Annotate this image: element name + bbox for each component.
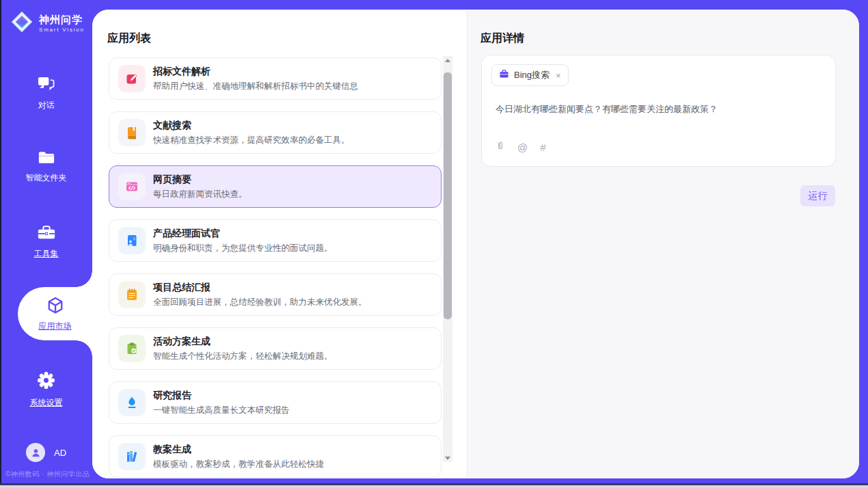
sidebar-item-settings[interactable]: 系统设置 — [0, 371, 92, 409]
sidebar-item-label: 工具集 — [34, 248, 59, 260]
app-card-desc: 一键智能生成高质量长文本研究报告 — [153, 405, 290, 416]
app-card[interactable]: 研究报告 一键智能生成高质量长文本研究报告 — [109, 381, 442, 424]
prompt-input-card[interactable]: Bing搜索 × 今日湖北有哪些新闻要点？有哪些需要关注的最新政策？ @ # — [481, 55, 836, 167]
sidebar-item-label: 系统设置 — [30, 397, 63, 409]
run-button[interactable]: 运行 — [800, 185, 835, 206]
paperclip-icon[interactable] — [496, 140, 505, 154]
attachment-toolbar: @ # — [496, 140, 546, 154]
scroll-down-button[interactable] — [443, 454, 452, 462]
app-card-title: 研究报告 — [153, 390, 290, 402]
person-icon — [30, 447, 42, 459]
edit-square-icon — [118, 65, 146, 92]
clipboard-check-icon — [118, 335, 146, 362]
app-card[interactable]: 招标文件解析 帮助用户快速、准确地理解和解析招标书中的关键信息 — [109, 57, 442, 100]
brand-subtitle: Smart Vision — [39, 27, 85, 33]
app-detail-panel: 应用详情 Bing搜索 × 今日湖北有哪些新闻要点？有哪些需要关注的最新政策？ — [467, 10, 859, 478]
sidebar-item-chat[interactable]: 对话 — [0, 75, 92, 111]
user-name: AD — [54, 448, 66, 458]
app-card-list: 招标文件解析 帮助用户快速、准确地理解和解析招标书中的关键信息 文献搜索 快速精… — [109, 57, 442, 478]
app-card-title: 活动方案生成 — [153, 336, 333, 348]
avatar — [26, 443, 45, 462]
app-card-desc: 帮助用户快速、准确地理解和解析招标书中的关键信息 — [153, 81, 358, 92]
app-card-title: 文献搜索 — [153, 120, 350, 132]
briefcase-icon — [499, 69, 509, 82]
app-card-title: 产品经理面试官 — [153, 228, 333, 240]
sidebar-item-label: 应用市场 — [39, 321, 72, 332]
app-card-desc: 明确身份和职责，为您提供专业性的面试问题。 — [153, 243, 333, 254]
sidebar-item-toolset[interactable]: 工具集 — [0, 225, 92, 260]
scroll-thumb[interactable] — [444, 72, 452, 319]
app-card[interactable]: 项目总结汇报 全面回顾项目进展，总结经验教训，助力未来优化发展。 — [109, 273, 442, 316]
window-bottom-strip — [0, 485, 868, 488]
bubble-top-curve — [76, 271, 92, 287]
app-card-title: 招标文件解析 — [153, 66, 358, 78]
brand-diamond-icon — [10, 10, 34, 37]
hash-icon[interactable]: # — [540, 142, 545, 152]
app-card-desc: 每日政府新闻资讯快查。 — [153, 189, 247, 200]
app-card-title: 项目总结汇报 — [153, 282, 367, 294]
app-card-title: 教案生成 — [153, 444, 324, 456]
sidebar: 神州问学 Smart Vision 对话 智能文件夹 — [0, 0, 92, 488]
app-list-panel: 应用列表 招标文件解析 帮助用户快速、准确地理解和解析招标书中的关键信息 — [92, 10, 467, 478]
browser-code-icon — [118, 173, 146, 200]
brand-logo: 神州问学 Smart Vision — [10, 10, 85, 37]
tool-chip-bing-search[interactable]: Bing搜索 × — [491, 64, 569, 86]
app-card-desc: 智能生成个性化活动方案，轻松解决规划难题。 — [153, 351, 333, 362]
book-icon — [118, 119, 146, 146]
folder-icon — [38, 150, 55, 167]
main-container: 应用列表 招标文件解析 帮助用户快速、准确地理解和解析招标书中的关键信息 — [92, 10, 859, 478]
app-card-selected[interactable]: 网页摘要 每日政府新闻资讯快查。 — [109, 165, 442, 208]
cube-icon — [45, 296, 66, 317]
books-icon — [118, 443, 146, 470]
app-card[interactable]: 产品经理面试官 明确身份和职责，为您提供专业性的面试问题。 — [109, 219, 442, 262]
bubble-bottom-curve — [76, 340, 92, 357]
app-detail-title: 应用详情 — [480, 31, 524, 46]
sidebar-item-smart-folder[interactable]: 智能文件夹 — [0, 150, 92, 184]
app-list-title: 应用列表 — [107, 31, 151, 46]
ink-pen-icon — [118, 389, 146, 416]
query-text: 今日湖北有哪些新闻要点？有哪些需要关注的最新政策？ — [496, 103, 822, 116]
gear-icon — [37, 371, 55, 392]
tool-chip-close-icon[interactable]: × — [556, 70, 561, 81]
app-card-desc: 模板驱动，教案秒成，教学准备从此轻松快捷 — [153, 459, 324, 470]
copyright-footer: ©神州数码 · 神州问学出品 — [5, 470, 90, 479]
scroll-up-button[interactable] — [443, 56, 452, 64]
chat-icon — [37, 75, 55, 94]
app-card[interactable]: 文献搜索 快速精准查找学术资源，提高研究效率的必备工具。 — [109, 111, 442, 154]
sidebar-item-app-market[interactable]: 应用市场 — [18, 287, 92, 340]
list-scrollbar[interactable] — [443, 56, 452, 462]
app-card[interactable]: 活动方案生成 智能生成个性化活动方案，轻松解决规划难题。 — [109, 327, 442, 370]
app-card[interactable]: 教案生成 模板驱动，教案秒成，教学准备从此轻松快捷 — [109, 435, 442, 478]
toolbox-icon — [37, 225, 56, 243]
sidebar-item-label: 对话 — [38, 100, 55, 111]
notepad-icon — [118, 281, 146, 308]
sidebar-item-label: 智能文件夹 — [26, 172, 67, 184]
mention-icon[interactable]: @ — [517, 142, 528, 152]
resume-icon — [118, 227, 146, 254]
window-left-edge — [0, 0, 1, 488]
brand-name: 神州问学 — [39, 14, 85, 25]
app-card-desc: 快速精准查找学术资源，提高研究效率的必备工具。 — [153, 135, 350, 146]
app-card-title: 网页摘要 — [153, 174, 247, 186]
app-card-desc: 全面回顾项目进展，总结经验教训，助力未来优化发展。 — [153, 297, 367, 308]
tool-chip-label: Bing搜索 — [514, 69, 550, 81]
user-profile[interactable]: AD — [26, 443, 66, 462]
